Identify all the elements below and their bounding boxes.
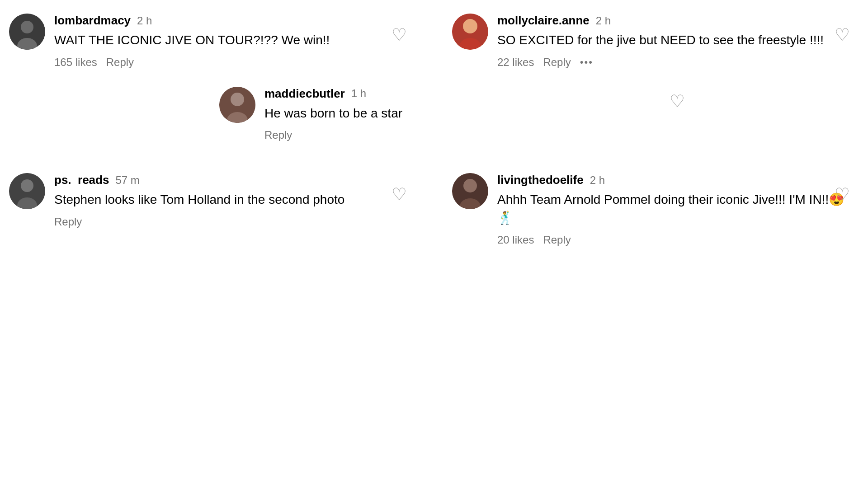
timestamp-mollyclaire: 2 h — [596, 14, 611, 27]
likes-lombardmacy: 165 likes — [54, 56, 97, 69]
like-button-psreads[interactable]: ♡ — [392, 184, 407, 204]
more-button-mollyclaire[interactable]: ••• — [580, 56, 593, 68]
timestamp-psreads: 57 m — [115, 174, 139, 187]
timestamp-lombardmacy: 2 h — [137, 14, 152, 27]
username-livingthedoelife: livingthedoelife — [497, 173, 584, 187]
like-button-lombardmacy[interactable]: ♡ — [392, 25, 407, 45]
reply-button-psreads[interactable]: Reply — [54, 216, 82, 228]
avatar-lombardmacy — [9, 14, 45, 50]
reply-button-lombardmacy[interactable]: Reply — [106, 56, 134, 69]
reply-button-mollyclaire[interactable]: Reply — [543, 56, 571, 69]
avatar-mollyclaire — [452, 14, 488, 50]
comment-text-mollyclaire: SO EXCITED for the jive but NEED to see … — [497, 31, 859, 50]
heart-icon-lombardmacy: ♡ — [392, 25, 407, 44]
comment-psreads: ps._reads 57 m Stephen looks like Tom Ho… — [0, 160, 434, 260]
comment-text-maddiecbutler: He was born to be a star — [264, 104, 649, 123]
username-lombardmacy: lombardmacy — [54, 14, 131, 28]
svg-point-7 — [231, 93, 244, 106]
svg-point-10 — [21, 179, 33, 192]
heart-icon-livingthedoelife: ♡ — [835, 185, 850, 204]
avatar-maddiecbutler — [219, 87, 255, 123]
username-mollyclaire: mollyclaire.anne — [497, 14, 590, 28]
svg-point-13 — [463, 179, 477, 192]
heart-icon-maddiecbutler: ♡ — [670, 92, 685, 111]
avatar-psreads — [9, 173, 45, 209]
likes-livingthedoelife: 20 likes — [497, 234, 534, 246]
like-button-livingthedoelife[interactable]: ♡ — [835, 184, 850, 204]
heart-icon-mollyclaire: ♡ — [835, 25, 850, 44]
timestamp-livingthedoelife: 2 h — [590, 174, 605, 187]
like-button-maddiecbutler[interactable]: ♡ — [670, 91, 685, 111]
reply-button-maddiecbutler[interactable]: Reply — [264, 129, 292, 141]
comment-text-psreads: Stephen looks like Tom Holland in the se… — [54, 191, 425, 209]
comment-mollyclaire: mollyclaire.anne 2 h SO EXCITED for the … — [434, 0, 868, 82]
avatar-livingthedoelife — [452, 173, 488, 209]
username-psreads: ps._reads — [54, 173, 109, 187]
timestamp-maddiecbutler: 1 h — [351, 87, 366, 100]
like-button-mollyclaire[interactable]: ♡ — [835, 25, 850, 45]
heart-icon-psreads: ♡ — [392, 185, 407, 204]
likes-mollyclaire: 22 likes — [497, 56, 534, 69]
comment-text-lombardmacy: WAIT THE ICONIC JIVE ON TOUR?!?? We win!… — [54, 31, 425, 50]
comment-lombardmacy: lombardmacy 2 h WAIT THE ICONIC JIVE ON … — [0, 0, 434, 82]
svg-point-1 — [21, 21, 33, 33]
username-maddiecbutler: maddiecbutler — [264, 87, 345, 101]
comment-text-livingthedoelife: Ahhh Team Arnold Pommel doing their icon… — [497, 191, 859, 227]
comment-livingthedoelife: livingthedoelife 2 h Ahhh Team Arnold Po… — [434, 160, 868, 260]
svg-point-4 — [463, 19, 477, 33]
reply-button-livingthedoelife[interactable]: Reply — [543, 234, 571, 246]
